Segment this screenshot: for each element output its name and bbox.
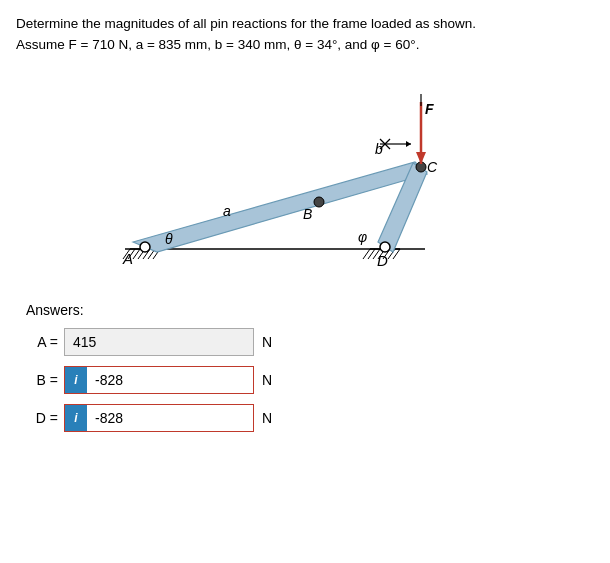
answers-label: Answers: [26,302,594,318]
label-A: A [122,250,133,267]
info-badge-D[interactable]: i [65,405,87,431]
answer-row-A: A = 415 N [26,328,594,356]
label-F: F [425,101,434,117]
problem-line1: Determine the magnitudes of all pin reac… [16,16,476,31]
problem-line2: Assume F = 710 N, a = 835 mm, b = 340 mm… [16,37,419,52]
answer-unit-B: N [262,372,272,388]
answer-box-B: i -828 [64,366,254,394]
info-badge-B[interactable]: i [65,367,87,393]
label-D: D [377,252,388,269]
answers-section: Answers: A = 415 N B = i -828 N D = i -8… [16,302,594,432]
answer-var-D: D = [26,410,58,426]
label-C: C [427,159,438,175]
answer-value-D: -828 [87,410,253,426]
label-a: a [223,203,231,219]
answer-row-B: B = i -828 N [26,366,594,394]
diagram-svg: A D B C a θ φ b F [75,64,535,294]
answer-unit-D: N [262,410,272,426]
answer-value-A: 415 [65,334,253,350]
label-theta: θ [165,231,173,247]
problem-text: Determine the magnitudes of all pin reac… [16,14,594,56]
answer-box-A: 415 [64,328,254,356]
svg-point-20 [380,242,390,252]
svg-point-19 [140,242,150,252]
answer-unit-A: N [262,334,272,350]
answer-value-B: -828 [87,372,253,388]
label-B: B [303,206,312,222]
page: Determine the magnitudes of all pin reac… [0,0,610,452]
label-phi: φ [358,229,367,245]
svg-point-21 [314,197,324,207]
svg-marker-24 [406,141,411,147]
answer-row-D: D = i -828 N [26,404,594,432]
svg-marker-28 [416,152,426,164]
diagram-area: A D B C a θ φ b F [75,64,535,294]
answer-box-D: i -828 [64,404,254,432]
label-b: b [375,141,383,157]
answer-var-B: B = [26,372,58,388]
answer-var-A: A = [26,334,58,350]
